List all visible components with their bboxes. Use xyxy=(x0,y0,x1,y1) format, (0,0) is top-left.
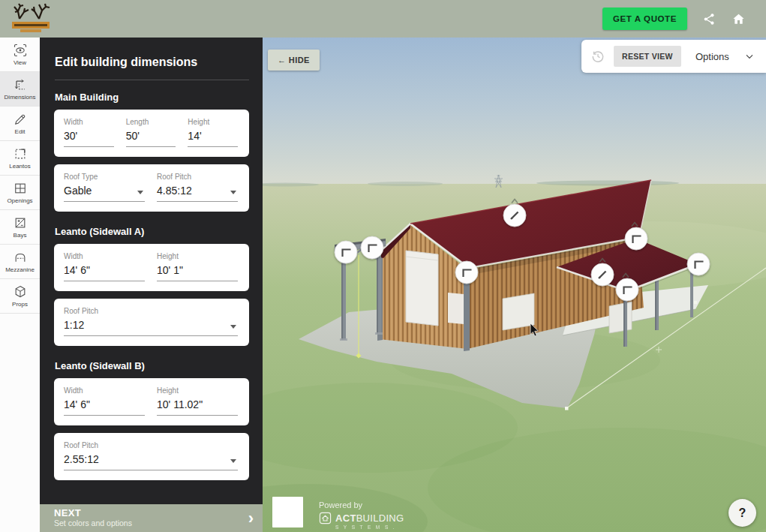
mezzanine-icon xyxy=(13,250,28,265)
roof-pitch-select[interactable]: 4.85:12 xyxy=(157,183,238,202)
resize-handle[interactable] xyxy=(361,236,383,259)
rail-label: Props xyxy=(12,301,28,308)
field-label: Width xyxy=(64,252,145,260)
leanto-a-dimensions-card: Width 14' 6" Height 10' 1" xyxy=(54,244,249,291)
dimensions-panel: Edit building dimensions Main Building W… xyxy=(40,38,263,532)
help-button[interactable]: ? xyxy=(728,499,756,527)
roof-type-select[interactable]: Gable xyxy=(64,183,145,202)
act-brand-name: ACTBUILDING xyxy=(335,513,404,523)
edit-roof-handle[interactable] xyxy=(503,204,526,227)
history-icon[interactable] xyxy=(590,49,605,64)
length-field: Length 50' xyxy=(126,118,176,147)
antler-right xyxy=(32,4,50,19)
field-label: Height xyxy=(157,252,238,260)
rail-item-edit[interactable]: Edit xyxy=(0,107,40,141)
next-step-button[interactable]: NEXT Set colors and options › xyxy=(40,504,263,532)
bays-icon xyxy=(13,215,28,230)
field-label: Height xyxy=(188,118,238,126)
leanto-a-height-input[interactable]: 10' 1" xyxy=(157,263,238,281)
leanto-a-width-input[interactable]: 14' 6" xyxy=(64,263,145,281)
resize-handle[interactable] xyxy=(687,253,710,275)
rail-item-bays[interactable]: Bays xyxy=(0,210,40,245)
pencil-icon xyxy=(13,112,28,127)
resize-handle[interactable] xyxy=(335,241,357,263)
top-bar: GET A QUOTE xyxy=(0,0,766,38)
hide-panel-button[interactable]: ← HIDE xyxy=(268,50,320,71)
share-icon[interactable] xyxy=(702,12,716,26)
rail-item-view[interactable]: View xyxy=(0,38,40,72)
field-label: Roof Pitch xyxy=(157,173,238,181)
dimensions-icon xyxy=(13,77,28,92)
rail-item-openings[interactable]: Openings xyxy=(0,176,40,210)
section-heading-leanto-b: Leanto (Sidewall B) xyxy=(55,360,249,371)
walk-door[interactable] xyxy=(448,293,464,324)
rail-label: View xyxy=(14,59,26,66)
rail-item-props[interactable]: Props xyxy=(0,279,40,314)
rail-label: Openings xyxy=(7,197,32,204)
length-input[interactable]: 50' xyxy=(126,128,176,147)
act-house-icon xyxy=(319,512,332,524)
resize-handle[interactable] xyxy=(616,278,638,301)
app-window: GET A QUOTE View xyxy=(0,0,766,532)
leanto-a-pitch-select[interactable]: 1:12 xyxy=(64,317,238,336)
watermark-logo-box xyxy=(272,497,303,527)
powered-by-watermark: Powered by ACTBUILDING S Y S T E M S . xyxy=(272,497,404,530)
post-shade xyxy=(341,250,343,340)
roof-pitch-field: Roof Pitch 2.55:12 xyxy=(64,441,238,470)
3d-scene-canvas[interactable] xyxy=(263,38,766,532)
rail-item-mezzanine[interactable]: Mezzanine xyxy=(0,245,40,279)
rail-item-dimensions[interactable]: Dimensions xyxy=(0,72,40,107)
next-title: NEXT xyxy=(54,508,248,518)
height-field: Height 10' 1" xyxy=(157,252,238,281)
window[interactable] xyxy=(503,293,534,330)
section-heading-leanto-a: Leanto (Sidewall A) xyxy=(55,226,249,237)
brand-logo[interactable] xyxy=(9,2,53,36)
leanto-b-pitch-select[interactable]: 2.55:12 xyxy=(64,452,238,470)
dropdown-arrow-icon xyxy=(230,325,236,329)
width-input[interactable]: 30' xyxy=(64,128,114,147)
window[interactable] xyxy=(609,302,632,333)
rail-label: Edit xyxy=(15,128,26,135)
distant-hill xyxy=(368,182,443,186)
leanto-b-height-input[interactable]: 10' 11.02" xyxy=(157,397,238,416)
rollup-door[interactable] xyxy=(406,251,438,326)
rail-label: Bays xyxy=(14,232,27,239)
roof-type-field: Roof Type Gable xyxy=(64,173,145,202)
tool-rail: View Dimensions Edit Leantos xyxy=(0,38,40,532)
chevron-right-icon: › xyxy=(248,511,254,526)
openings-icon xyxy=(13,181,28,196)
chevron-down-icon[interactable] xyxy=(743,50,755,62)
rail-item-leantos[interactable]: Leantos xyxy=(0,141,40,176)
leanto-a-roof-card: Roof Pitch 1:12 xyxy=(54,299,249,346)
field-label: Roof Type xyxy=(64,173,145,181)
get-a-quote-button[interactable]: GET A QUOTE xyxy=(602,8,687,30)
leanto-b-roof-card: Roof Pitch 2.55:12 xyxy=(54,433,249,480)
dropdown-arrow-icon xyxy=(137,191,143,194)
main-roof-card: Roof Type Gable Roof Pitch 4.85:12 xyxy=(54,164,249,212)
powered-by-label: Powered by xyxy=(319,500,404,509)
height-input[interactable]: 14' xyxy=(188,128,238,147)
act-brand-sub: S Y S T E M S . xyxy=(335,524,404,530)
logo-banner-sub xyxy=(20,29,41,32)
width-field: Width 14' 6" xyxy=(64,252,145,281)
leanto-b-dimensions-card: Width 14' 6" Height 10' 11.02" xyxy=(54,378,249,425)
panel-divider xyxy=(55,80,249,80)
options-menu[interactable]: Options xyxy=(681,51,743,62)
section-heading-main-building: Main Building xyxy=(55,92,249,103)
panel-title: Edit building dimensions xyxy=(55,56,249,69)
field-label: Roof Pitch xyxy=(64,441,238,449)
post-shade xyxy=(377,245,378,334)
home-icon[interactable] xyxy=(731,12,746,26)
reset-view-button[interactable]: RESET VIEW xyxy=(614,46,681,67)
3d-viewport[interactable]: ← HIDE RESET VIEW Options Powered by xyxy=(263,38,766,532)
leanto-b-width-input[interactable]: 14' 6" xyxy=(64,397,145,416)
antler-left xyxy=(14,4,29,19)
view-icon xyxy=(13,43,28,58)
height-field: Height 14' xyxy=(188,118,238,147)
resize-handle[interactable] xyxy=(625,227,647,250)
next-subtitle: Set colors and options xyxy=(54,518,248,528)
field-label: Length xyxy=(126,118,176,126)
distant-treeline xyxy=(536,181,679,186)
resize-handle[interactable] xyxy=(455,261,478,284)
edit-leanto-handle[interactable] xyxy=(591,263,614,286)
